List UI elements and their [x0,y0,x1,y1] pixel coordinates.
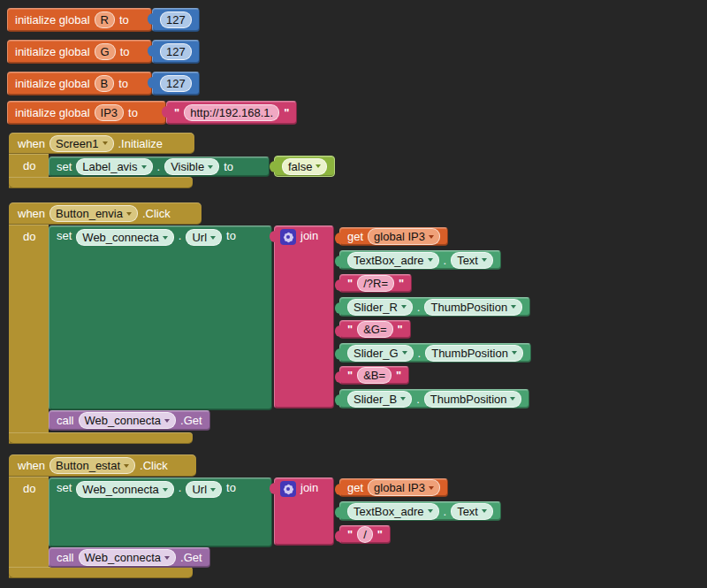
mutator-gear-icon[interactable] [280,229,296,245]
component-name: Slider_R [354,301,398,314]
variable-dropdown[interactable]: global IP3 [368,228,440,245]
join-label: join [300,229,318,242]
dropdown-arrow-icon [164,419,170,423]
block-call-webconnecta-get[interactable]: call Web_connecta .Get [49,547,210,568]
block-set-webconnecta-url[interactable]: set Web_connecta . Url to [49,225,272,410]
dot-separator: . [157,160,161,173]
block-textbox-adre-text[interactable]: TextBox_adre . Text [339,501,501,521]
var-name-field[interactable]: R [95,11,115,28]
component-dropdown[interactable]: Label_avis [76,158,152,175]
text-value-field[interactable]: &G= [357,321,392,338]
block-set-labelavis-visible[interactable]: set Label_avis . Visible to [49,157,270,177]
property-name: Text [457,505,478,518]
block-text-string[interactable]: " &B= " [339,366,409,385]
block-init-global-r[interactable]: initialize global R to [7,8,152,32]
dropdown-arrow-icon [141,165,147,169]
block-text-string[interactable]: " /?R= " [339,274,412,293]
event-block-foot[interactable] [9,567,193,578]
block-number-g[interactable]: 127 [152,40,200,64]
component-dropdown[interactable]: Web_connecta [76,481,174,498]
property-name: ThumbPosition [430,301,507,314]
text-value-field[interactable]: &B= [357,367,392,384]
text-value-field[interactable]: /?R= [357,275,394,292]
component-dropdown[interactable]: Web_connecta [76,229,174,246]
property-dropdown[interactable]: Text [451,503,493,520]
component-dropdown[interactable]: Slider_G [347,345,414,362]
blocks-canvas[interactable]: initialize global R to 127 initialize gl… [0,0,707,588]
to-label: to [128,106,138,119]
component-dropdown[interactable]: Slider_R [347,299,413,316]
component-name: Button_envia [56,207,123,220]
block-text-string[interactable]: " &G= " [339,320,411,339]
variable-dropdown[interactable]: global IP3 [368,479,440,496]
block-logic-false[interactable]: false [274,156,335,177]
property-dropdown[interactable]: Url [186,229,222,246]
component-dropdown[interactable]: Web_connecta [79,549,177,566]
var-name-field[interactable]: G [95,43,116,60]
property-dropdown[interactable]: ThumbPosition [424,391,522,408]
var-name-field[interactable]: B [95,75,115,92]
block-slider-b-thumbposition[interactable]: Slider_B . ThumbPosition [339,389,529,409]
dot-separator: . [417,301,421,314]
block-text-ip3[interactable]: " http://192.168.1. " [166,101,297,125]
component-dropdown[interactable]: Button_estat [49,457,135,474]
block-init-global-ip3[interactable]: initialize global IP3 to [7,101,166,125]
method-name: .Get [180,414,202,427]
get-label: get [347,230,363,243]
block-number-b[interactable]: 127 [152,72,200,95]
logic-value-dropdown[interactable]: false [282,158,327,175]
block-slider-g-thumbposition[interactable]: Slider_G . ThumbPosition [339,343,531,363]
text-value-field[interactable]: http://192.168.1. [184,104,279,121]
close-quote: " [377,528,383,541]
block-slider-r-thumbposition[interactable]: Slider_R . ThumbPosition [339,297,530,317]
component-dropdown[interactable]: Button_envia [49,205,138,222]
get-label: get [347,481,363,494]
block-when-button-estat-click[interactable]: when Button_estat .Click [9,454,196,477]
number-value-field[interactable]: 127 [160,43,192,60]
property-dropdown[interactable]: ThumbPosition [424,299,522,316]
property-dropdown[interactable]: Visible [164,158,219,175]
component-dropdown[interactable]: TextBox_adre [347,252,439,269]
component-dropdown[interactable]: Slider_B [347,391,412,408]
property-dropdown[interactable]: ThumbPosition [425,345,523,362]
component-dropdown[interactable]: TextBox_adre [347,503,439,520]
number-value-field[interactable]: 127 [160,11,192,28]
block-init-global-g[interactable]: initialize global G to [7,40,152,64]
block-join[interactable]: join [274,477,334,546]
close-quote: " [398,323,403,336]
block-get-global-ip3[interactable]: get global IP3 [339,227,448,246]
dropdown-arrow-icon [124,464,129,468]
block-when-button-envia-click[interactable]: when Button_envia .Click [9,202,201,225]
to-label: to [118,77,128,90]
event-block-foot[interactable] [9,177,193,188]
block-text-string[interactable]: " / " [339,525,391,544]
property-dropdown[interactable]: Text [451,252,493,269]
set-label: set [57,481,72,494]
block-when-screen1-initialize[interactable]: when Screen1 .Initialize [9,133,194,154]
dot-separator: . [444,254,447,267]
event-block-spine[interactable] [9,225,49,444]
method-name: .Get [180,551,202,564]
text-value-field[interactable]: / [357,526,373,543]
component-name: TextBox_adre [354,254,424,267]
var-name-field[interactable]: IP3 [95,104,125,121]
mutator-gear-icon[interactable] [280,481,296,497]
when-label: when [18,207,45,220]
block-textbox-adre-text[interactable]: TextBox_adre . Text [339,250,501,270]
open-quote: " [347,528,353,541]
block-get-global-ip3[interactable]: get global IP3 [339,478,448,497]
event-block-foot[interactable] [9,432,193,444]
property-dropdown[interactable]: Url [186,481,222,498]
block-number-r[interactable]: 127 [152,8,200,32]
component-name: TextBox_adre [354,505,424,518]
dropdown-arrow-icon [429,486,434,490]
block-join[interactable]: join [274,225,334,409]
component-dropdown[interactable]: Web_connecta [79,412,177,429]
number-value-field[interactable]: 127 [160,75,192,92]
block-init-global-b[interactable]: initialize global B to [7,72,152,95]
component-dropdown[interactable]: Screen1 [49,135,113,152]
block-set-webconnecta-url[interactable]: set Web_connecta . Url to [49,477,272,547]
block-call-webconnecta-get[interactable]: call Web_connecta .Get [49,410,210,431]
property-name: Text [457,254,478,267]
dropdown-arrow-icon [428,509,433,513]
